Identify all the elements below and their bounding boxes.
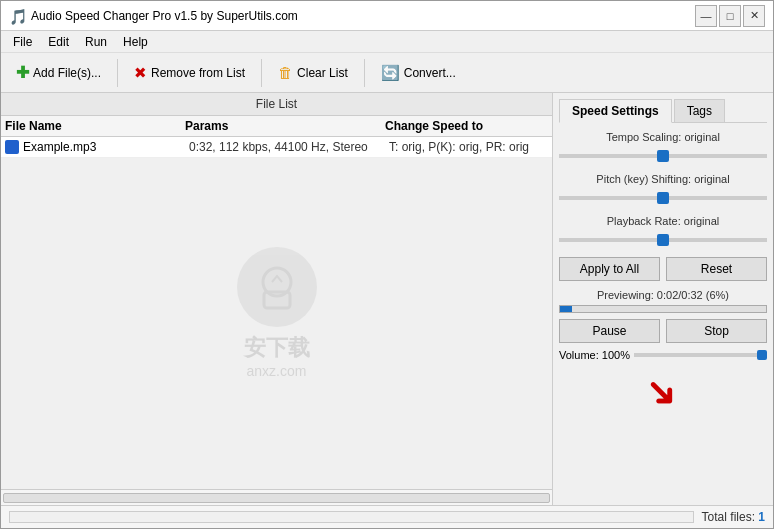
file-list-body[interactable]: 安下载 anxz.com Example.mp3 0:32, 112 kbps,…: [1, 137, 552, 489]
watermark-text: 安下载: [244, 333, 310, 363]
toolbar-separator-3: [364, 59, 365, 87]
stop-button[interactable]: Stop: [666, 319, 767, 343]
playback-setting-row: Playback Rate: original: [559, 215, 767, 245]
add-files-button[interactable]: ✚ Add File(s)...: [7, 57, 110, 89]
tempo-label: Tempo Scaling: original: [559, 131, 767, 143]
apply-reset-row: Apply to All Reset: [559, 257, 767, 281]
menu-edit[interactable]: Edit: [40, 33, 77, 51]
preview-buttons: Pause Stop: [559, 319, 767, 343]
svg-point-0: [263, 268, 291, 296]
apply-to-all-button[interactable]: Apply to All: [559, 257, 660, 281]
minimize-button[interactable]: —: [695, 5, 717, 27]
convert-button[interactable]: 🔄 Convert...: [372, 57, 465, 89]
window-controls: — □ ✕: [695, 5, 765, 27]
maximize-button[interactable]: □: [719, 5, 741, 27]
playback-label: Playback Rate: original: [559, 215, 767, 227]
pitch-setting-row: Pitch (key) Shifting: original: [559, 173, 767, 203]
volume-row: Volume: 100%: [559, 349, 767, 361]
red-arrow-icon: ➜: [635, 364, 692, 421]
playback-slider[interactable]: [559, 238, 767, 242]
file-name: Example.mp3: [23, 140, 189, 154]
preview-section: Previewing: 0:02/0:32 (6%) Pause Stop Vo…: [559, 289, 767, 361]
toolbar: ✚ Add File(s)... ✖ Remove from List 🗑 Cl…: [1, 53, 773, 93]
hscroll-track: [3, 493, 550, 503]
tempo-setting-row: Tempo Scaling: original: [559, 131, 767, 161]
pause-button[interactable]: Pause: [559, 319, 660, 343]
clear-list-button[interactable]: 🗑 Clear List: [269, 57, 357, 89]
menu-bar: File Edit Run Help: [1, 31, 773, 53]
tempo-slider[interactable]: [559, 154, 767, 158]
volume-slider[interactable]: [634, 353, 767, 357]
clear-label: Clear List: [297, 66, 348, 80]
pitch-slider[interactable]: [559, 196, 767, 200]
total-count: 1: [758, 510, 765, 524]
preview-label: Previewing: 0:02/0:32 (6%): [559, 289, 767, 301]
right-panel: Speed Settings Tags Tempo Scaling: origi…: [553, 93, 773, 505]
add-files-label: Add File(s)...: [33, 66, 101, 80]
volume-label: Volume: 100%: [559, 349, 630, 361]
file-list-panel: File List File Name Params Change Speed …: [1, 93, 553, 505]
col-header-params: Params: [185, 119, 385, 133]
file-type-icon: [5, 140, 19, 154]
total-label: Total files:: [702, 510, 759, 524]
title-bar-text: Audio Speed Changer Pro v1.5 by SuperUti…: [31, 9, 298, 23]
menu-run[interactable]: Run: [77, 33, 115, 51]
horizontal-scrollbar[interactable]: [1, 489, 552, 505]
preview-progress-fill: [560, 306, 572, 312]
preview-progress-bar: [559, 305, 767, 313]
reset-button[interactable]: Reset: [666, 257, 767, 281]
watermark-subtext: anxz.com: [247, 363, 307, 379]
file-list-columns: File Name Params Change Speed to: [1, 116, 552, 137]
convert-label: Convert...: [404, 66, 456, 80]
svg-rect-1: [264, 292, 290, 308]
pitch-label: Pitch (key) Shifting: original: [559, 173, 767, 185]
tab-speed-settings[interactable]: Speed Settings: [559, 99, 672, 123]
bottom-scrollbar[interactable]: [9, 511, 694, 523]
add-icon: ✚: [16, 63, 29, 82]
menu-help[interactable]: Help: [115, 33, 156, 51]
col-header-filename: File Name: [5, 119, 185, 133]
file-list-header: File List: [1, 93, 552, 116]
remove-icon: ✖: [134, 64, 147, 82]
remove-label: Remove from List: [151, 66, 245, 80]
speed-settings-section: Tempo Scaling: original Pitch (key) Shif…: [559, 131, 767, 499]
file-list-row[interactable]: Example.mp3 0:32, 112 kbps, 44100 Hz, St…: [1, 137, 552, 158]
tab-tags[interactable]: Tags: [674, 99, 725, 122]
arrow-section: ➜: [559, 369, 767, 415]
watermark-icon: [237, 247, 317, 327]
close-button[interactable]: ✕: [743, 5, 765, 27]
file-change: T: orig, P(K): orig, PR: orig: [389, 140, 548, 154]
settings-tabs: Speed Settings Tags: [559, 99, 767, 123]
watermark: 安下载 anxz.com: [237, 247, 317, 379]
total-files-label: Total files: 1: [702, 510, 765, 524]
clear-icon: 🗑: [278, 64, 293, 81]
col-header-change: Change Speed to: [385, 119, 548, 133]
file-params: 0:32, 112 kbps, 44100 Hz, Stereo: [189, 140, 389, 154]
title-bar: 🎵 Audio Speed Changer Pro v1.5 by SuperU…: [1, 1, 773, 31]
toolbar-separator-2: [261, 59, 262, 87]
menu-file[interactable]: File: [5, 33, 40, 51]
remove-from-list-button[interactable]: ✖ Remove from List: [125, 57, 254, 89]
bottom-bar: Total files: 1: [1, 505, 773, 528]
main-area: File List File Name Params Change Speed …: [1, 93, 773, 505]
toolbar-separator-1: [117, 59, 118, 87]
app-icon: 🎵: [9, 8, 25, 24]
convert-icon: 🔄: [381, 64, 400, 82]
